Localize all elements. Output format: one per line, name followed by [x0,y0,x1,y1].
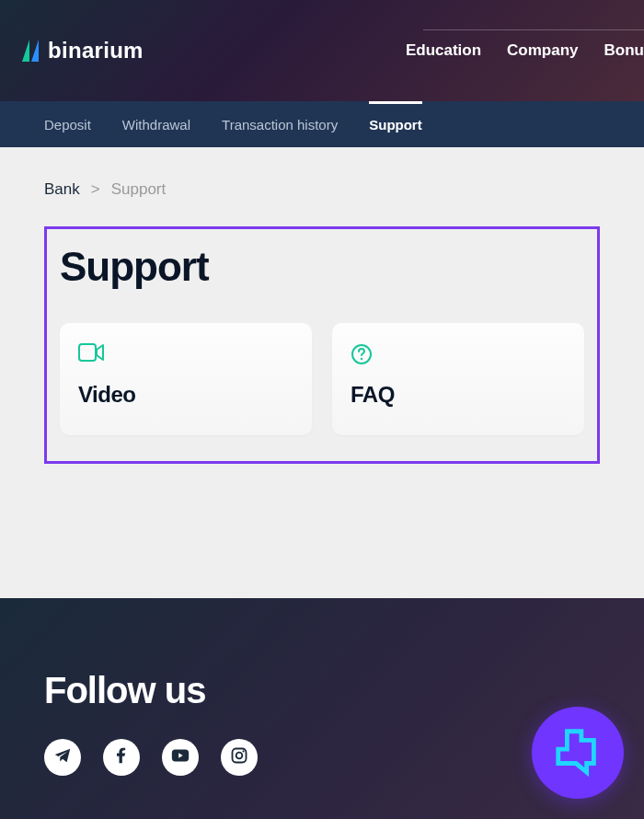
sub-nav: Deposit Withdrawal Transaction history S… [0,101,644,147]
tab-transaction-history[interactable]: Transaction history [222,101,338,147]
breadcrumb-current: Support [111,180,167,199]
nav-divider [423,29,644,30]
svg-point-8 [236,753,243,759]
brand-logo[interactable]: binarium [22,38,144,63]
brand-name: binarium [48,38,144,63]
card-faq-title: FAQ [351,382,566,408]
nav-education[interactable]: Education [406,41,481,60]
card-faq[interactable]: FAQ [332,323,584,435]
social-youtube[interactable] [162,739,199,776]
content-area: Bank > Support Support Video [0,147,644,497]
card-video-title: Video [78,382,293,408]
nav-bonus[interactable]: Bonu [604,41,644,60]
svg-marker-0 [22,40,29,62]
card-video[interactable]: Video [60,323,312,435]
youtube-icon [170,745,190,769]
tab-withdrawal[interactable]: Withdrawal [122,101,190,147]
breadcrumb-separator: > [91,180,100,199]
header: binarium Education Company Bonu [0,0,644,101]
follow-us-title: Follow us [44,670,600,711]
breadcrumb-bank[interactable]: Bank [44,180,80,199]
breadcrumb: Bank > Support [44,180,600,199]
logo-icon [22,40,40,62]
support-cards: Video FAQ [60,323,584,435]
social-facebook[interactable] [103,739,140,776]
social-links [44,739,600,776]
facebook-icon [112,746,131,768]
svg-marker-1 [31,40,39,62]
top-nav: Education Company Bonu [406,41,644,60]
social-telegram[interactable] [44,739,81,776]
svg-rect-2 [79,344,96,361]
instagram-icon [230,746,248,768]
footer: Follow us [0,598,644,819]
tab-support[interactable]: Support [369,101,422,147]
telegram-icon [52,745,73,769]
video-icon [78,343,104,365]
question-icon [351,343,376,365]
chat-button[interactable] [532,707,624,799]
tab-deposit[interactable]: Deposit [44,101,91,147]
svg-point-4 [361,358,362,360]
social-instagram[interactable] [221,739,258,776]
nav-company[interactable]: Company [507,41,578,60]
svg-point-9 [243,750,245,752]
chat-icon [551,724,604,781]
support-panel: Support Video [44,226,600,464]
page-title: Support [60,244,584,290]
